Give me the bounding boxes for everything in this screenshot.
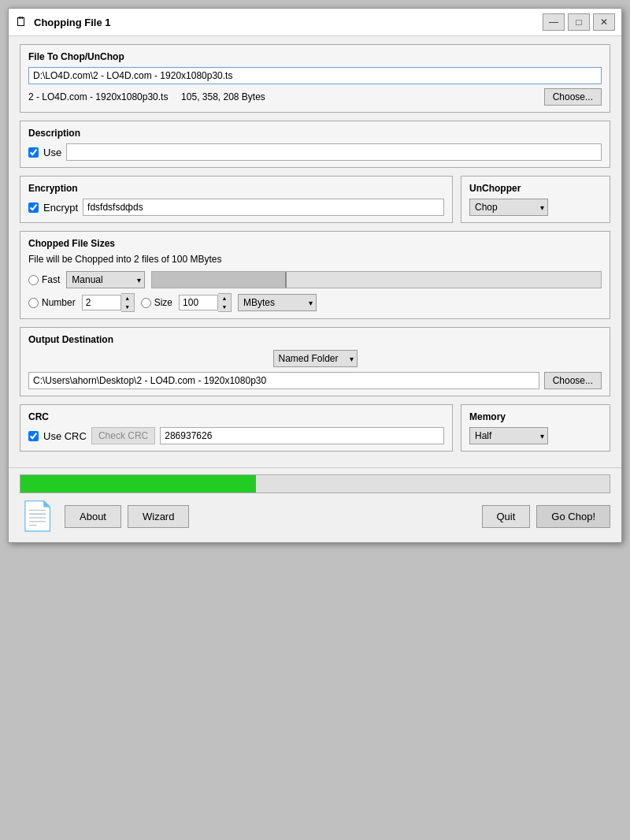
chop-row2: Number ▲ ▼ Size ▲ ▼	[28, 293, 602, 312]
main-content: File To Chop/UnChop 2 - LO4D.com - 1920x…	[9, 36, 621, 467]
unchopper-section: UnChopper Chop UnChop	[461, 176, 610, 223]
description-input[interactable]	[66, 143, 602, 161]
progress-bar-fill	[20, 475, 256, 492]
use-crc-label: Use CRC	[43, 430, 87, 442]
encryption-label: Encryption	[28, 183, 444, 194]
number-spinner-btns: ▲ ▼	[121, 293, 135, 312]
encrypt-label: Encrypt	[43, 202, 78, 214]
output-label: Output Destination	[28, 334, 602, 345]
number-input[interactable]	[82, 295, 121, 310]
file-section: File To Chop/UnChop 2 - LO4D.com - 1920x…	[20, 44, 610, 113]
memory-select-wrapper[interactable]: Half Full Quarter	[469, 427, 548, 444]
use-crc-checkbox[interactable]	[28, 431, 39, 441]
file-section-label: File To Chop/UnChop	[28, 51, 602, 62]
wizard-button[interactable]: Wizard	[128, 505, 189, 528]
window-title: Chopping File 1	[34, 17, 111, 28]
number-radio[interactable]	[28, 298, 39, 308]
bottom-buttons-row: 📄 About Wizard Quit Go Chop!	[20, 500, 610, 533]
encryption-row: Encrypt	[28, 199, 444, 216]
size-input[interactable]	[179, 295, 218, 310]
size-unit-wrapper[interactable]: MBytes KBytes GBytes	[238, 294, 317, 311]
app-icon: 🗒	[15, 15, 28, 29]
number-spinner: ▲ ▼	[82, 293, 135, 312]
crc-section: CRC Use CRC Check CRC	[20, 404, 453, 452]
output-path-row: Choose...	[28, 372, 602, 389]
output-folder-type-row: Named Folder Same Folder Custom	[28, 350, 602, 367]
size-unit-select[interactable]: MBytes KBytes GBytes	[238, 294, 317, 311]
size-spinner-btns: ▲ ▼	[218, 293, 232, 312]
size-radio[interactable]	[141, 298, 151, 308]
size-up-btn[interactable]: ▲	[218, 294, 231, 303]
chopped-sizes-label: Chopped File Sizes	[28, 238, 602, 249]
crc-value-input[interactable]	[160, 427, 444, 444]
size-radio-label[interactable]: Size	[141, 297, 172, 308]
manual-select-wrapper[interactable]: Manual Auto Custom	[66, 271, 145, 288]
main-window: 🗒 Chopping File 1 — □ ✕ File To Chop/UnC…	[8, 8, 622, 543]
go-chop-button[interactable]: Go Chop!	[536, 505, 610, 528]
close-button[interactable]: ✕	[593, 13, 615, 31]
description-label: Description	[28, 128, 602, 139]
crc-label: CRC	[28, 411, 444, 422]
about-button[interactable]: About	[65, 505, 121, 528]
window-controls: — □ ✕	[543, 13, 615, 31]
app-doc-icon: 📄	[20, 500, 55, 533]
description-section: Description Use	[20, 121, 610, 168]
encrypt-checkbox[interactable]	[28, 203, 39, 213]
file-choose-button[interactable]: Choose...	[544, 88, 602, 106]
crc-mem-container: CRC Use CRC Check CRC Memory Half Full Q…	[20, 404, 610, 452]
file-path-input[interactable]	[28, 67, 602, 84]
encrypt-input[interactable]	[83, 199, 444, 216]
output-path-input[interactable]	[28, 372, 539, 389]
size-down-btn[interactable]: ▼	[218, 303, 231, 311]
size-spinner: ▲ ▼	[179, 293, 232, 312]
bottom-bar: 📄 About Wizard Quit Go Chop!	[9, 467, 621, 542]
unchopper-select[interactable]: Chop UnChop	[469, 199, 548, 216]
fast-radio-label[interactable]: Fast	[28, 274, 60, 285]
chop-slider[interactable]	[151, 271, 602, 288]
unchopper-label: UnChopper	[469, 183, 602, 194]
encryption-section: Encryption Encrypt	[20, 176, 453, 223]
crc-controls: Use CRC Check CRC	[28, 427, 444, 444]
description-use-label: Use	[43, 147, 61, 158]
memory-section: Memory Half Full Quarter	[461, 404, 610, 452]
chopped-sizes-section: Chopped File Sizes File will be Chopped …	[20, 231, 610, 319]
output-choose-button[interactable]: Choose...	[544, 372, 602, 389]
progress-bar	[20, 474, 610, 493]
description-use-checkbox[interactable]	[28, 147, 39, 158]
folder-type-select[interactable]: Named Folder Same Folder Custom	[273, 350, 358, 367]
description-row: Use	[28, 143, 602, 161]
file-info-row: 2 - LO4D.com - 1920x1080p30.ts 105, 358,…	[28, 88, 602, 106]
chop-info-text: File will be Chopped into 2 files of 100…	[28, 254, 602, 265]
number-down-btn[interactable]: ▼	[121, 303, 134, 311]
manual-select[interactable]: Manual Auto Custom	[66, 271, 145, 288]
memory-label: Memory	[469, 411, 602, 422]
title-bar-left: 🗒 Chopping File 1	[15, 15, 111, 29]
folder-type-wrapper[interactable]: Named Folder Same Folder Custom	[273, 350, 358, 367]
maximize-button[interactable]: □	[568, 13, 590, 31]
fast-radio[interactable]	[28, 275, 39, 285]
chop-row1: Fast Manual Auto Custom	[28, 271, 602, 288]
unchopper-select-wrapper[interactable]: Chop UnChop	[469, 199, 548, 216]
file-info-text: 2 - LO4D.com - 1920x1080p30.ts 105, 358,…	[28, 91, 265, 102]
title-bar: 🗒 Chopping File 1 — □ ✕	[9, 9, 621, 36]
minimize-button[interactable]: —	[543, 13, 565, 31]
number-radio-label[interactable]: Number	[28, 297, 76, 308]
check-crc-button[interactable]: Check CRC	[91, 427, 155, 444]
enc-unc-container: Encryption Encrypt UnChopper Chop UnChop	[20, 176, 610, 223]
output-section: Output Destination Named Folder Same Fol…	[20, 327, 610, 396]
quit-button[interactable]: Quit	[482, 505, 531, 528]
memory-select[interactable]: Half Full Quarter	[469, 427, 548, 444]
number-up-btn[interactable]: ▲	[121, 294, 134, 303]
chop-slider-fill	[152, 272, 287, 288]
